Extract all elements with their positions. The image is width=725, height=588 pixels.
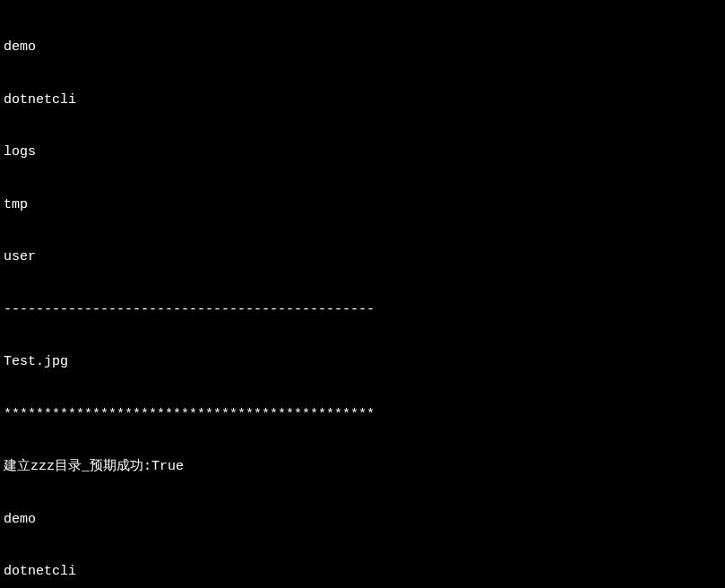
separator-line: ****************************************… [4, 406, 721, 424]
output-line: tmp [4, 196, 721, 214]
output-line: demo [4, 511, 721, 529]
status-line: 建立zzz目录_预期成功:True [4, 458, 721, 476]
output-line: dotnetcli [4, 563, 721, 581]
output-line: demo [4, 39, 721, 56]
separator-line: ----------------------------------------… [4, 301, 721, 319]
output-line: logs [4, 143, 721, 161]
output-line: Test.jpg [4, 353, 721, 371]
terminal-output: demo dotnetcli logs tmp user -----------… [4, 4, 721, 588]
output-line: user [4, 248, 721, 266]
output-line: dotnetcli [4, 91, 721, 109]
